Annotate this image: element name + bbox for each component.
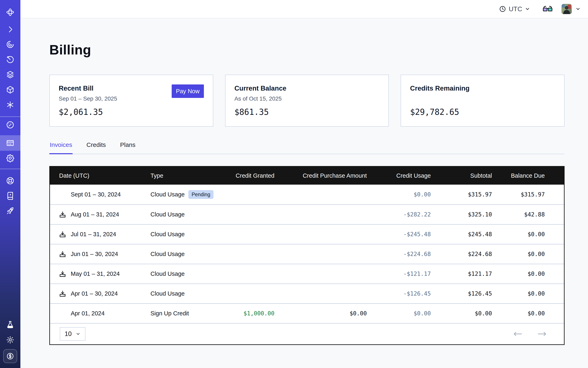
- credit-purchase-value: $0.00: [274, 310, 367, 317]
- next-page-button[interactable]: [537, 331, 546, 337]
- table-row: Jul 01 – 31, 2024 Cloud Usage -$245.48 $…: [50, 224, 564, 244]
- table-row: Apr 01, 2024 Sign Up Credit $1,000.00 $0…: [50, 303, 564, 323]
- chevron-down-icon: [76, 331, 81, 336]
- credit-granted-value: $1,000.00: [216, 310, 274, 317]
- col-date: Date (UTC): [50, 172, 150, 179]
- credit-usage-value: $0.00: [367, 310, 431, 317]
- subtotal-value: $325.10: [431, 211, 492, 218]
- main-content: Billing Recent Bill Sep 01 – Sep 30, 202…: [20, 18, 588, 368]
- invoice-type: Cloud Usage: [150, 251, 185, 258]
- card-title: Current Balance: [235, 84, 380, 92]
- invoice-date: Sept 01 – 30, 2024: [71, 191, 121, 198]
- balance-due-value: $42.88: [492, 211, 564, 218]
- observe-spiral-icon[interactable]: [6, 40, 15, 49]
- current-balance-card: Current Balance As of Oct 15, 2025 $861.…: [225, 75, 389, 127]
- invoice-date: Jun 01 – 30, 2024: [71, 251, 118, 258]
- sidebar-divider: [0, 117, 20, 117]
- labs-flask-icon[interactable]: [6, 320, 15, 329]
- table-row: May 01 – 31, 2024 Cloud Usage -$121.17 $…: [50, 264, 564, 284]
- docs-book-icon[interactable]: [6, 191, 15, 200]
- credit-usage-value: -$282.22: [367, 211, 431, 218]
- balance-due-value: $315.97: [492, 191, 564, 198]
- app-window: UTC Billing Recent Bill Sep 01 – Sep 30,…: [0, 0, 588, 368]
- balance-due-value: $0.00: [492, 251, 564, 258]
- subtotal-value: $0.00: [431, 310, 492, 317]
- topbar: UTC: [20, 0, 588, 18]
- account-menu-chevron-icon[interactable]: [575, 6, 581, 12]
- balance-due-value: $0.00: [492, 310, 564, 317]
- credits-badge-button[interactable]: [3, 349, 17, 363]
- download-invoice-button[interactable]: [59, 290, 67, 298]
- subtotal-value: $224.68: [431, 251, 492, 258]
- col-type: Type: [150, 172, 216, 179]
- summary-cards: Recent Bill Sep 01 – Sep 30, 2025 $2,061…: [49, 75, 565, 127]
- billing-card-icon[interactable]: [6, 138, 15, 147]
- download-invoice-button[interactable]: [59, 211, 67, 219]
- quickstart-rocket-icon[interactable]: [6, 206, 15, 215]
- subtotal-value: $245.48: [431, 231, 492, 238]
- chevron-down-icon: [525, 6, 530, 12]
- tab-plans[interactable]: Plans: [120, 138, 136, 154]
- subtotal-value: $121.17: [431, 270, 492, 277]
- usage-dashboard-icon[interactable]: [6, 120, 15, 129]
- col-credit-granted: Credit Granted: [216, 172, 274, 179]
- invoice-type: Cloud Usage: [150, 270, 185, 277]
- prev-page-button[interactable]: [513, 331, 522, 337]
- tab-invoices[interactable]: Invoices: [49, 138, 72, 154]
- invoice-type: Sign Up Credit: [150, 310, 189, 317]
- credit-usage-value: -$224.68: [367, 251, 431, 258]
- balance-as-of: As of Oct 15, 2025: [235, 95, 380, 102]
- page-size-select[interactable]: 10: [60, 327, 85, 341]
- table-row: Jun 01 – 30, 2024 Cloud Usage -$224.68 $…: [50, 244, 564, 264]
- credits-remaining-amount: $29,782.65: [410, 107, 459, 117]
- tab-credits[interactable]: Credits: [86, 138, 106, 154]
- recent-bill-card: Recent Bill Sep 01 – Sep 30, 2025 $2,061…: [49, 75, 213, 127]
- sidebar: [0, 0, 20, 368]
- history-timer-icon[interactable]: [6, 55, 15, 64]
- invoice-type: Cloud Usage: [150, 290, 185, 297]
- invoice-date: Apr 01, 2024: [71, 310, 105, 317]
- timezone-dropdown[interactable]: UTC: [499, 5, 530, 13]
- page-title: Billing: [49, 42, 565, 57]
- pay-now-button[interactable]: Pay Now: [172, 84, 204, 98]
- invoices-table: Date (UTC) Type Credit Granted Credit Pu…: [49, 166, 565, 345]
- logo-icon[interactable]: [6, 8, 15, 17]
- invoice-rows: Sept 01 – 30, 2024 Cloud Usage Pending $…: [50, 185, 564, 323]
- credits-remaining-card: Credits Remaining $29,782.65: [401, 75, 565, 127]
- table-header: Date (UTC) Type Credit Granted Credit Pu…: [50, 167, 564, 185]
- invoice-date: Jul 01 – 31, 2024: [71, 231, 116, 238]
- download-invoice-button[interactable]: [59, 250, 67, 258]
- cube-icon[interactable]: [6, 85, 15, 94]
- credit-usage-value: -$126.45: [367, 290, 431, 297]
- card-title: Credits Remaining: [410, 84, 555, 92]
- subtotal-value: $315.97: [431, 191, 492, 198]
- balance-due-value: $0.00: [492, 290, 564, 297]
- asterisk-icon[interactable]: [6, 100, 15, 109]
- collapse-chevron-icon[interactable]: [6, 25, 15, 34]
- credit-usage-value: -$245.48: [367, 231, 431, 238]
- balance-due-value: $0.00: [492, 231, 564, 238]
- timezone-label: UTC: [509, 5, 522, 13]
- invoice-date: Aug 01 – 31, 2024: [71, 211, 119, 218]
- billing-tabs: Invoices Credits Plans: [49, 138, 565, 154]
- invoice-date: May 01 – 31, 2024: [71, 270, 120, 277]
- credit-usage-value: -$121.17: [367, 270, 431, 277]
- support-lifebuoy-icon[interactable]: [6, 176, 15, 185]
- invoice-type: Cloud Usage: [150, 211, 185, 218]
- current-balance-amount: $861.35: [235, 107, 269, 117]
- glasses-icon[interactable]: [542, 5, 553, 13]
- table-row: Sept 01 – 30, 2024 Cloud Usage Pending $…: [50, 185, 564, 204]
- subtotal-value: $126.45: [431, 290, 492, 297]
- col-balance-due: Balance Due: [492, 172, 564, 179]
- sidebar-divider: [0, 169, 20, 169]
- user-avatar[interactable]: [561, 4, 572, 14]
- table-row: Apr 01 – 30, 2024 Cloud Usage -$126.45 $…: [50, 284, 564, 303]
- theme-sun-icon[interactable]: [6, 335, 15, 344]
- settings-gear-icon[interactable]: [6, 154, 15, 163]
- status-badge: Pending: [188, 190, 214, 199]
- download-invoice-button[interactable]: [59, 270, 67, 278]
- download-invoice-button[interactable]: [59, 230, 67, 239]
- col-credit-usage: Credit Usage: [367, 172, 431, 179]
- layers-icon[interactable]: [6, 70, 15, 79]
- invoice-type: Cloud Usage: [150, 191, 185, 198]
